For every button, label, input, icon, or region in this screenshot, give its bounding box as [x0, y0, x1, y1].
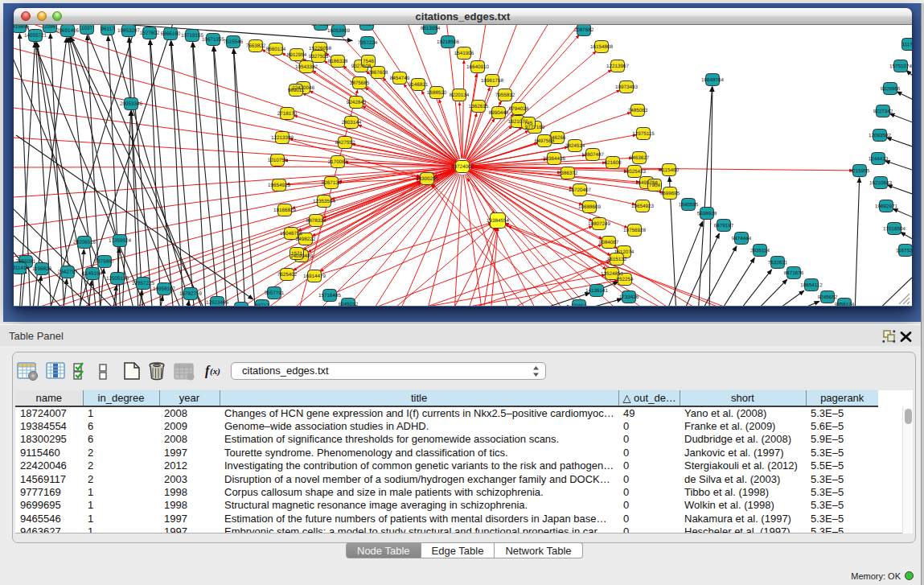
svg-text:3824514: 3824514: [565, 142, 585, 148]
svg-text:11170: 11170: [902, 41, 912, 47]
svg-text:7515546: 7515546: [224, 39, 244, 44]
svg-text:2942757: 2942757: [58, 269, 78, 274]
svg-text:8878334: 8878334: [306, 217, 326, 223]
svg-text:829301: 829301: [232, 305, 250, 306]
svg-text:745: 745: [524, 120, 533, 126]
svg-text:10719155: 10719155: [181, 32, 204, 38]
svg-text:9146821: 9146821: [409, 81, 429, 87]
svg-text:9975887: 9975887: [95, 258, 115, 264]
svg-text:1640595: 1640595: [679, 201, 699, 207]
svg-text:8660124: 8660124: [266, 46, 286, 51]
svg-text:18807249: 18807249: [588, 220, 611, 226]
svg-text:2867608: 2867608: [368, 69, 388, 75]
svg-text:621600: 621600: [604, 159, 622, 165]
svg-text:10853287: 10853287: [117, 27, 141, 33]
svg-text:16914479: 16914479: [303, 273, 326, 278]
svg-text:19166829: 19166829: [273, 207, 297, 212]
svg-text:1244413: 1244413: [869, 155, 889, 161]
svg-text:16046796: 16046796: [280, 230, 303, 236]
svg-text:15226058: 15226058: [309, 45, 332, 51]
svg-text:19218506: 19218506: [437, 39, 460, 44]
svg-text:9356124: 9356124: [835, 301, 855, 306]
svg-text:12213967: 12213967: [606, 63, 630, 68]
svg-text:3498222: 3498222: [296, 236, 316, 241]
svg-text:3875685: 3875685: [350, 80, 370, 85]
svg-text:10973493: 10973493: [615, 84, 639, 89]
svg-text:1156829: 1156829: [32, 266, 52, 271]
svg-text:1815655: 1815655: [14, 25, 30, 29]
svg-text:1145194: 1145194: [83, 270, 103, 276]
svg-text:20461: 20461: [572, 303, 586, 306]
svg-text:96117: 96117: [101, 26, 116, 31]
svg-text:7546: 7546: [363, 58, 375, 64]
svg-text:1010755: 1010755: [268, 157, 288, 163]
svg-text:1615132: 1615132: [607, 256, 627, 262]
svg-text:8471676: 8471676: [784, 270, 804, 275]
svg-text:1571: 1571: [291, 250, 303, 256]
svg-text:19384554: 19384554: [487, 217, 510, 223]
svg-text:2170061: 2170061: [328, 159, 348, 164]
svg-text:1037: 1037: [81, 25, 93, 31]
svg-text:8427552: 8427552: [335, 139, 355, 145]
svg-text:5938928: 5938928: [697, 210, 717, 216]
svg-text:8220134: 8220134: [450, 92, 470, 97]
svg-text:2718170: 2718170: [277, 110, 298, 116]
svg-text:1612074: 1612074: [614, 249, 634, 254]
svg-text:7663822: 7663822: [246, 43, 266, 48]
svg-text:6479197: 6479197: [714, 222, 734, 228]
svg-text:19654925: 19654925: [268, 182, 291, 187]
svg-text:8813054: 8813054: [421, 25, 441, 31]
svg-text:88131: 88131: [359, 25, 374, 27]
svg-text:12923466: 12923466: [206, 299, 229, 305]
svg-text:8912954: 8912954: [287, 51, 307, 57]
svg-text:8215955: 8215955: [850, 167, 870, 173]
svg-text:19654923: 19654923: [631, 203, 655, 208]
svg-text:2087682: 2087682: [574, 27, 594, 32]
svg-text:9084067: 9084067: [599, 239, 619, 245]
svg-text:6794028: 6794028: [509, 105, 529, 111]
svg-text:7357224: 7357224: [358, 39, 378, 45]
svg-text:12353594: 12353594: [313, 198, 336, 204]
svg-text:1946115: 1946115: [311, 25, 331, 27]
svg-text:6966160: 6966160: [161, 31, 181, 36]
svg-text:1167534: 1167534: [896, 247, 912, 253]
svg-text:16782759: 16782759: [179, 290, 203, 296]
svg-text:20206516: 20206516: [73, 239, 97, 245]
svg-text:3911414: 3911414: [14, 265, 29, 270]
svg-text:18300295: 18300295: [416, 175, 439, 181]
svg-text:16154808: 16154808: [590, 43, 614, 49]
svg-text:2096: 2096: [44, 25, 56, 29]
svg-text:93717: 93717: [255, 303, 269, 306]
svg-text:9463627: 9463627: [630, 154, 650, 160]
svg-text:9115460: 9115460: [659, 167, 680, 172]
svg-text:9327505: 9327505: [309, 53, 329, 59]
svg-text:7955812: 7955812: [495, 92, 515, 97]
svg-text:15720407: 15720407: [569, 187, 592, 192]
svg-text:18724007: 18724007: [451, 163, 474, 169]
svg-text:1362615: 1362615: [469, 103, 489, 109]
svg-text:10543382: 10543382: [295, 64, 318, 69]
svg-text:17016504: 17016504: [883, 225, 906, 231]
svg-text:10688609: 10688609: [578, 204, 602, 209]
svg-text:(x): (x): [210, 366, 220, 377]
svg-text:13524851: 13524851: [601, 270, 624, 276]
svg-text:20053346: 20053346: [120, 101, 143, 106]
svg-text:6497568: 6497568: [535, 138, 555, 143]
svg-text:16640910: 16640910: [466, 64, 490, 69]
svg-text:9329966: 9329966: [881, 85, 901, 91]
svg-text:14136141: 14136141: [585, 287, 609, 293]
svg-text:9699695: 9699695: [660, 190, 680, 196]
svg-text:9474444: 9474444: [732, 235, 752, 241]
svg-text:19892971: 19892971: [875, 203, 898, 208]
svg-text:15716485: 15716485: [318, 292, 342, 298]
svg-text:9327508: 9327508: [351, 63, 372, 68]
svg-text:1527602: 1527602: [140, 30, 160, 35]
svg-text:7485063: 7485063: [628, 107, 648, 113]
svg-text:19756928: 19756928: [623, 227, 647, 233]
svg-text:7855081: 7855081: [16, 258, 36, 264]
svg-text:8267130: 8267130: [322, 179, 342, 185]
svg-text:17957225: 17957225: [132, 280, 155, 286]
svg-text:252254: 252254: [616, 276, 634, 282]
svg-text:9245652: 9245652: [818, 294, 838, 299]
svg-text:989011: 989011: [288, 87, 305, 93]
